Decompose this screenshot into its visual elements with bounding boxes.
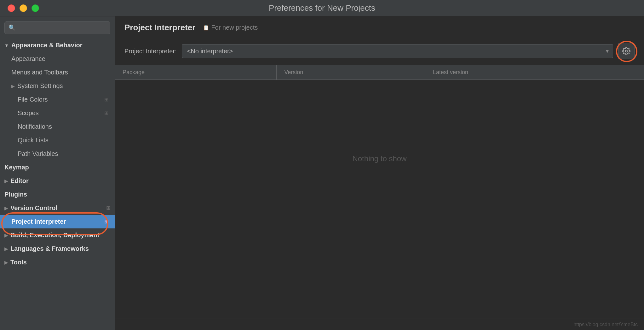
chevron-icon: ▶ xyxy=(4,233,8,238)
sidebar-item-appearance-behavior[interactable]: ▼ Appearance & Behavior xyxy=(0,38,115,52)
gear-icon xyxy=(622,47,630,55)
packages-table-container: Package Version Latest version Nothing t… xyxy=(115,65,644,319)
subtitle-icon: 📋 xyxy=(203,25,209,31)
copy-icon: ⊞ xyxy=(104,110,108,116)
col-latest-version: Latest version xyxy=(425,65,644,80)
search-box[interactable]: 🔍 xyxy=(4,21,110,34)
copy-icon: ⊞ xyxy=(104,97,108,103)
sidebar-item-keymap[interactable]: Keymap xyxy=(0,161,115,174)
search-input[interactable] xyxy=(18,25,106,31)
chevron-icon: ▶ xyxy=(4,246,8,251)
titlebar: Preferences for New Projects xyxy=(0,0,644,16)
status-bar-text: https://blog.csdn.net/YmeBtc xyxy=(573,322,638,327)
sidebar-item-label: Quick Lists xyxy=(18,137,49,144)
chevron-icon: ▶ xyxy=(4,260,8,265)
copy-icon: ⊞ xyxy=(106,205,110,211)
sidebar-item-notifications[interactable]: Notifications xyxy=(0,120,115,133)
sidebar-item-version-control[interactable]: ▶ Version Control ⊞ xyxy=(0,201,115,215)
sidebar-item-label: Keymap xyxy=(4,164,29,171)
sidebar-item-label: Languages & Frameworks xyxy=(10,245,89,252)
sidebar-item-label: Path Variables xyxy=(18,150,58,157)
sidebar-item-label: Tools xyxy=(10,259,27,266)
sidebar-item-build-execution[interactable]: ▶ Build, Execution, Deployment xyxy=(0,228,115,242)
sidebar-item-label: Notifications xyxy=(18,123,52,130)
col-version: Version xyxy=(277,65,425,80)
panel-title: Project Interpreter xyxy=(124,23,195,32)
sidebar-item-plugins[interactable]: Plugins xyxy=(0,188,115,201)
sidebar-item-languages-frameworks[interactable]: ▶ Languages & Frameworks xyxy=(0,242,115,256)
sidebar-item-label: Project Interpreter xyxy=(11,218,66,225)
gear-button[interactable] xyxy=(618,43,635,59)
sidebar-item-label: System Settings xyxy=(17,82,63,90)
sidebar-item-file-colors[interactable]: File Colors ⊞ xyxy=(0,93,115,106)
sidebar-item-label: File Colors xyxy=(18,96,48,103)
sidebar-item-label: Scopes xyxy=(18,109,39,117)
sidebar-item-editor[interactable]: ▶ Editor xyxy=(0,174,115,188)
sidebar-item-system-settings[interactable]: ▶ System Settings xyxy=(0,79,115,93)
right-panel: Project Interpreter 📋 For new projects P… xyxy=(115,16,644,330)
sidebar-item-appearance[interactable]: Appearance xyxy=(0,52,115,66)
interpreter-select-wrapper: <No interpreter> xyxy=(182,44,613,58)
traffic-lights xyxy=(8,4,39,12)
main-content: 🔍 ▼ Appearance & Behavior Appearance Men… xyxy=(0,16,644,330)
sidebar-item-tools[interactable]: ▶ Tools xyxy=(0,256,115,269)
chevron-icon: ▼ xyxy=(4,43,9,48)
sidebar-item-scopes[interactable]: Scopes ⊞ xyxy=(0,106,115,120)
status-bar: https://blog.csdn.net/YmeBtc xyxy=(115,319,644,330)
sidebar-item-label: Menus and Toolbars xyxy=(11,69,68,76)
sidebar-item-label: Build, Execution, Deployment xyxy=(10,232,99,239)
panel-header: Project Interpreter 📋 For new projects xyxy=(115,16,644,37)
sidebar: 🔍 ▼ Appearance & Behavior Appearance Men… xyxy=(0,16,115,330)
svg-point-0 xyxy=(625,50,628,52)
chevron-icon: ▶ xyxy=(11,84,15,89)
packages-table: Package Version Latest version xyxy=(115,65,644,80)
interpreter-select[interactable]: <No interpreter> xyxy=(182,44,613,58)
minimize-button[interactable] xyxy=(20,4,27,12)
table-header-row: Package Version Latest version xyxy=(115,65,644,80)
sidebar-item-label: Version Control xyxy=(10,204,57,212)
chevron-icon: ▶ xyxy=(4,179,8,184)
sidebar-item-label: Editor xyxy=(10,177,29,185)
panel-subtitle: 📋 For new projects xyxy=(203,24,258,31)
maximize-button[interactable] xyxy=(32,4,39,12)
col-package: Package xyxy=(115,65,277,80)
sidebar-item-path-variables[interactable]: Path Variables xyxy=(0,147,115,161)
sidebar-item-quick-lists[interactable]: Quick Lists xyxy=(0,133,115,147)
close-button[interactable] xyxy=(8,4,15,12)
sidebar-item-menus-toolbars[interactable]: Menus and Toolbars xyxy=(0,66,115,79)
empty-message: Nothing to show xyxy=(115,80,644,238)
search-icon: 🔍 xyxy=(9,24,15,31)
chevron-icon: ▶ xyxy=(4,206,8,211)
sidebar-item-project-interpreter[interactable]: Project Interpreter ⊞ xyxy=(0,215,115,228)
sidebar-item-label: Appearance xyxy=(11,55,45,62)
subtitle-text: For new projects xyxy=(211,24,258,31)
sidebar-item-label: Appearance & Behavior xyxy=(11,42,83,49)
sidebar-item-label: Plugins xyxy=(4,191,27,198)
interpreter-label: Project Interpreter: xyxy=(124,48,177,55)
window-title: Preferences for New Projects xyxy=(269,3,375,13)
copy-icon: ⊞ xyxy=(104,219,108,225)
interpreter-row: Project Interpreter: <No interpreter> xyxy=(115,37,644,65)
